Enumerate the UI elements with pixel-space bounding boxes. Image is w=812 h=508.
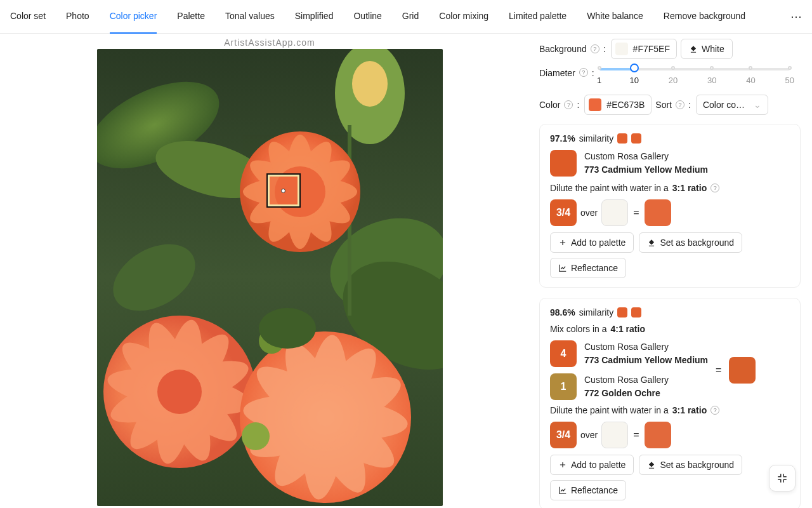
equals-label: = <box>714 364 723 376</box>
svg-point-33 <box>259 308 316 349</box>
white-button[interactable]: White <box>681 39 733 59</box>
mix-instruction: Mix colors in a 4:1 ratio <box>550 324 790 334</box>
diameter-label: Diameter <box>539 68 575 78</box>
background-label: Background <box>539 44 587 54</box>
mix-parts-badge: 1 <box>550 373 577 400</box>
dilution-fraction-badge: 3/4 <box>550 199 577 226</box>
tab-limited-palette[interactable]: Limited palette <box>509 0 566 34</box>
similarity-swatch <box>631 307 641 318</box>
color-match-card: 98.6% similarity Mix colors in a 4:1 rat… <box>539 298 801 508</box>
fill-icon <box>647 460 656 469</box>
similarity-swatch <box>617 133 627 144</box>
tab-grid[interactable]: Grid <box>402 0 419 34</box>
paint-brand: Custom Rosa Gallery <box>584 150 708 163</box>
tab-color-set[interactable]: Color set <box>10 0 46 34</box>
tabs-more-button[interactable]: ⋯ <box>790 10 802 23</box>
tab-outline[interactable]: Outline <box>353 0 381 34</box>
chart-icon <box>558 486 567 495</box>
sort-label: Sort <box>655 100 672 110</box>
paint-brand: Custom Rosa Gallery <box>584 340 708 354</box>
collapse-icon <box>776 472 788 484</box>
tab-tonal-values[interactable]: Tonal values <box>225 0 275 34</box>
equals-label: = <box>632 207 640 218</box>
set-as-background-button[interactable]: Set as background <box>639 455 742 475</box>
fill-icon <box>689 44 698 53</box>
dilute-instruction: Dilute the paint with water in a 3:1 rat… <box>550 183 790 193</box>
help-icon[interactable]: ? <box>710 406 719 415</box>
similarity-swatch <box>631 133 641 144</box>
photo-panel: ArtistAssistApp.com <box>0 34 539 508</box>
collapse-button[interactable] <box>769 465 796 491</box>
help-icon[interactable]: ? <box>710 184 719 192</box>
sort-select[interactable]: Color co… ⌄ <box>696 95 768 115</box>
picked-color-swatch <box>589 98 601 111</box>
reflectance-button[interactable]: Reflectance <box>550 258 626 278</box>
color-label: Color <box>539 100 560 110</box>
plus-icon <box>558 238 567 247</box>
help-icon[interactable]: ? <box>579 68 588 77</box>
photo-canvas[interactable] <box>97 49 443 506</box>
tabs-bar: Color setPhotoColor pickerPaletteTonal v… <box>0 0 812 34</box>
over-label: over <box>580 208 598 218</box>
dilution-fraction-badge: 3/4 <box>550 422 577 448</box>
tab-photo[interactable]: Photo <box>66 0 89 34</box>
help-icon[interactable]: ? <box>676 100 684 109</box>
watermark: ArtistAssistApp.com <box>224 37 315 48</box>
chart-icon <box>558 264 567 272</box>
reflectance-button[interactable]: Reflectance <box>550 480 626 500</box>
final-result-swatch <box>645 199 671 226</box>
background-color-input[interactable]: #F7F5EF <box>611 39 677 59</box>
paint-name: 773 Cadmium Yellow Medium <box>584 163 708 177</box>
paint-swatch <box>550 150 577 177</box>
color-match-card: 97.1% similarity Custom Rosa Gallery773 … <box>539 124 801 288</box>
color-sample-indicator[interactable] <box>268 175 299 206</box>
similarity-label: similarity <box>579 307 613 318</box>
paint-name: 773 Cadmium Yellow Medium <box>584 354 708 367</box>
over-label: over <box>580 430 598 440</box>
over-swatch <box>601 199 628 226</box>
set-as-background-button[interactable]: Set as background <box>639 232 742 253</box>
diameter-slider-handle[interactable] <box>630 64 639 72</box>
svg-point-4 <box>352 61 388 107</box>
plus-icon <box>558 460 567 469</box>
fill-icon <box>647 238 656 247</box>
help-icon[interactable]: ? <box>564 100 573 109</box>
equals-label: = <box>632 429 640 441</box>
dilute-instruction: Dilute the paint with water in a 3:1 rat… <box>550 405 790 415</box>
paint-name: 772 Golden Ochre <box>584 387 669 400</box>
help-icon[interactable]: ? <box>591 44 599 53</box>
tab-color-mixing[interactable]: Color mixing <box>439 0 488 34</box>
controls-panel: Background ?: #F7F5EF White Diameter ?: … <box>539 34 812 508</box>
mix-result-swatch <box>729 357 756 384</box>
final-result-swatch <box>645 422 671 448</box>
tab-remove-background[interactable]: Remove background <box>664 0 745 34</box>
picked-color-hex: #EC673B <box>606 100 645 110</box>
paint-brand: Custom Rosa Gallery <box>584 373 669 387</box>
add-to-palette-button[interactable]: Add to palette <box>550 232 634 253</box>
svg-point-31 <box>242 422 270 450</box>
mix-parts-badge: 4 <box>550 340 577 367</box>
similarity-swatch <box>617 307 627 318</box>
diameter-slider[interactable] <box>599 68 790 70</box>
background-hex: #F7F5EF <box>633 44 670 54</box>
svg-point-23 <box>157 370 202 414</box>
tab-palette[interactable]: Palette <box>177 0 205 34</box>
similarity-value: 98.6% <box>550 307 575 318</box>
chevron-down-icon: ⌄ <box>754 100 761 110</box>
background-swatch <box>615 43 628 55</box>
tab-simplified[interactable]: Simplified <box>295 0 334 34</box>
picked-color-input[interactable]: #EC673B <box>584 95 652 115</box>
tab-color-picker[interactable]: Color picker <box>110 0 157 34</box>
similarity-label: similarity <box>579 133 613 144</box>
over-swatch <box>601 422 628 448</box>
tab-white-balance[interactable]: White balance <box>587 0 643 34</box>
similarity-value: 97.1% <box>550 133 575 144</box>
add-to-palette-button[interactable]: Add to palette <box>550 455 634 475</box>
